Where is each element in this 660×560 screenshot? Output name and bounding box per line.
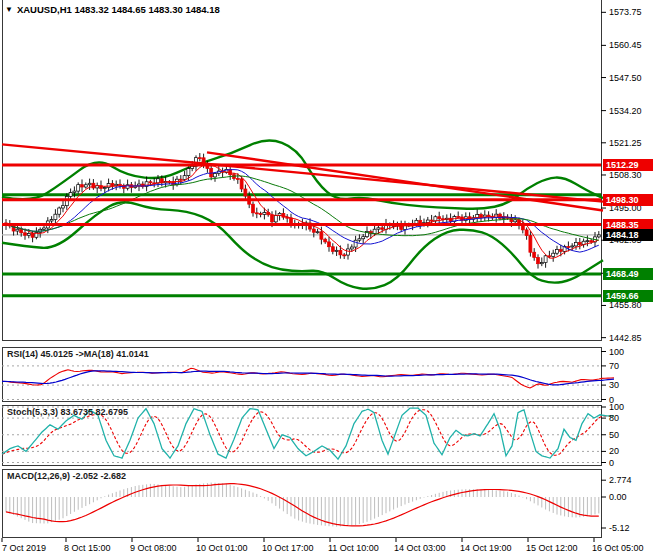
axis-tick-label: 70 bbox=[609, 361, 619, 371]
bear-candle bbox=[559, 250, 562, 252]
axis-tick-label: -5.12 bbox=[609, 523, 630, 533]
bull-candle bbox=[43, 228, 46, 229]
price-badge: 1498.30 bbox=[603, 194, 653, 206]
axis-tick-label: 1455.80 bbox=[609, 300, 642, 310]
ohlc-title-text: XAUUSD,H1 1483.32 1484.65 1483.30 1484.1… bbox=[17, 4, 220, 15]
date-tick-label: 16 Oct 05:00 bbox=[592, 543, 644, 553]
axis-tick-label: 1560.45 bbox=[609, 40, 642, 50]
bear-candle bbox=[31, 233, 34, 237]
bull-candle bbox=[58, 208, 61, 214]
bull-candle bbox=[335, 250, 338, 251]
bull-candle bbox=[350, 247, 353, 249]
bull-candle bbox=[103, 188, 106, 189]
price-badge: 1468.49 bbox=[603, 268, 653, 280]
date-tick-label: 10 Oct 01:00 bbox=[196, 543, 248, 553]
bear-candle bbox=[81, 185, 84, 187]
bear-candle bbox=[255, 213, 258, 214]
bear-candle bbox=[244, 189, 247, 196]
bull-candle bbox=[540, 263, 543, 264]
date-tick-label: 9 Oct 08:00 bbox=[130, 543, 177, 553]
axis-tick-label: 1508.30 bbox=[609, 170, 642, 180]
date-tick-label: 11 Oct 10:00 bbox=[328, 543, 379, 553]
bull-candle bbox=[514, 220, 517, 222]
axis-tick-label: 1534.20 bbox=[609, 106, 642, 116]
bull-candle bbox=[597, 235, 600, 237]
bear-candle bbox=[179, 179, 182, 180]
bull-candle bbox=[69, 193, 72, 197]
bull-candle bbox=[571, 246, 574, 247]
bear-candle bbox=[339, 250, 342, 255]
price-moving-average bbox=[6, 170, 599, 253]
chart-title-bar: ▼XAUUSD,H1 1483.32 1484.65 1483.30 1484.… bbox=[5, 4, 220, 15]
bear-candle bbox=[590, 241, 593, 242]
bear-candle bbox=[149, 182, 152, 183]
descending-trendline bbox=[2, 144, 603, 201]
bear-candle bbox=[240, 179, 243, 189]
bull-candle bbox=[84, 185, 87, 187]
bull-candle bbox=[373, 229, 376, 233]
price-badge: 1512.29 bbox=[603, 159, 653, 171]
date-tick-label: 8 Oct 15:00 bbox=[64, 543, 111, 553]
bear-candle bbox=[271, 215, 274, 222]
stoch-pane-label: Stoch(5,3,3) 83.6735 82.6795 bbox=[7, 407, 128, 417]
bear-candle bbox=[537, 257, 540, 263]
bull-candle bbox=[214, 174, 217, 177]
bear-candle bbox=[111, 184, 114, 186]
bear-candle bbox=[320, 232, 323, 239]
price-badge: 1484.18 bbox=[603, 229, 653, 241]
trading-chart-window: ▼XAUUSD,H1 1483.32 1484.65 1483.30 1484.… bbox=[0, 0, 660, 560]
bull-candle bbox=[358, 239, 361, 240]
bull-candle bbox=[274, 215, 277, 221]
bear-candle bbox=[252, 204, 255, 213]
axis-tick-label: 50 bbox=[609, 430, 619, 440]
bull-candle bbox=[27, 233, 30, 235]
date-tick-label: 10 Oct 17:00 bbox=[262, 543, 314, 553]
bear-candle bbox=[533, 252, 536, 257]
rsi-ma-line bbox=[2, 371, 614, 385]
axis-tick-label: 1547.50 bbox=[609, 73, 642, 83]
bull-candle bbox=[88, 183, 91, 185]
bull-candle bbox=[544, 256, 547, 263]
axis-tick-label: 2.774 bbox=[609, 475, 632, 485]
bear-candle bbox=[236, 179, 239, 180]
bull-candle bbox=[377, 228, 380, 229]
bear-candle bbox=[259, 214, 262, 215]
axis-tick-label: 100 bbox=[609, 347, 624, 357]
bull-candle bbox=[77, 185, 80, 191]
date-tick-label: 14 Oct 03:00 bbox=[394, 543, 446, 553]
bear-candle bbox=[457, 217, 460, 218]
bear-candle bbox=[529, 236, 532, 253]
rsi-pane-label: RSI(14) 45.0125 ->MA(18) 41.0141 bbox=[7, 349, 149, 359]
bull-candle bbox=[263, 213, 266, 215]
bull-candle bbox=[183, 176, 186, 180]
bear-candle bbox=[438, 217, 441, 219]
bear-candle bbox=[92, 183, 95, 188]
bull-candle bbox=[362, 237, 365, 239]
bull-candle bbox=[575, 242, 578, 246]
axis-tick-label: 80 bbox=[609, 413, 619, 423]
bull-candle bbox=[187, 169, 190, 176]
bull-candle bbox=[50, 220, 53, 221]
macd-pane-label: MACD(12,26,9) -2.052 -2.682 bbox=[7, 471, 126, 481]
date-tick-label: 14 Oct 19:00 bbox=[460, 543, 512, 553]
axis-tick-label: 1442.85 bbox=[609, 333, 642, 343]
axis-tick-label: 0.00 bbox=[609, 492, 627, 502]
bear-candle bbox=[331, 247, 334, 252]
axis-tick-label: 100 bbox=[609, 402, 624, 412]
bear-candle bbox=[119, 184, 122, 185]
price-moving-average bbox=[6, 164, 599, 258]
axis-tick-label: 20 bbox=[609, 446, 619, 456]
price-badge: 1459.66 bbox=[603, 290, 653, 302]
bear-candle bbox=[24, 233, 27, 235]
symbol-dropdown-icon[interactable]: ▼ bbox=[5, 5, 13, 14]
bull-candle bbox=[73, 191, 76, 193]
bull-candle bbox=[54, 214, 57, 219]
bear-candle bbox=[578, 242, 581, 244]
bull-candle bbox=[347, 249, 350, 255]
bull-candle bbox=[16, 229, 19, 231]
bull-candle bbox=[556, 250, 559, 254]
bear-candle bbox=[430, 220, 433, 221]
date-tick-label: 7 Oct 2019 bbox=[2, 543, 46, 553]
bear-candle bbox=[567, 247, 570, 248]
bear-candle bbox=[312, 229, 315, 232]
